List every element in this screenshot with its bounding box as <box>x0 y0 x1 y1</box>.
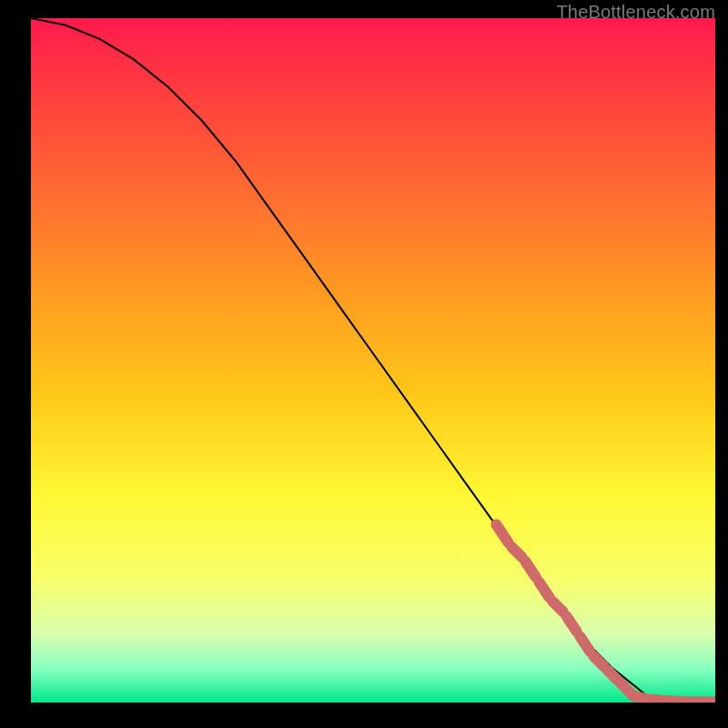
highlight-dash <box>622 683 632 693</box>
highlight-dash <box>608 670 618 680</box>
highlight-dash <box>580 637 590 652</box>
chart-frame: TheBottleneck.com <box>0 0 728 728</box>
highlight-dot <box>490 519 501 530</box>
highlight-dash <box>635 696 645 699</box>
highlight-dash <box>511 547 521 557</box>
highlight-dash <box>525 561 535 577</box>
highlight-dash <box>594 656 604 666</box>
highlight-dash <box>498 527 508 542</box>
highlight-dot <box>628 690 639 701</box>
highlight-dot <box>710 696 715 703</box>
highlight-dash <box>539 581 549 597</box>
highlight-dash <box>676 702 686 703</box>
highlight-dash <box>662 701 672 702</box>
highlight-dash <box>566 616 576 632</box>
curve-layer <box>31 18 715 703</box>
highlight-dash <box>552 602 562 612</box>
highlight-dot <box>628 690 639 701</box>
highlight-dash <box>649 699 659 700</box>
plot-area <box>31 18 715 703</box>
main-curve <box>31 18 715 703</box>
